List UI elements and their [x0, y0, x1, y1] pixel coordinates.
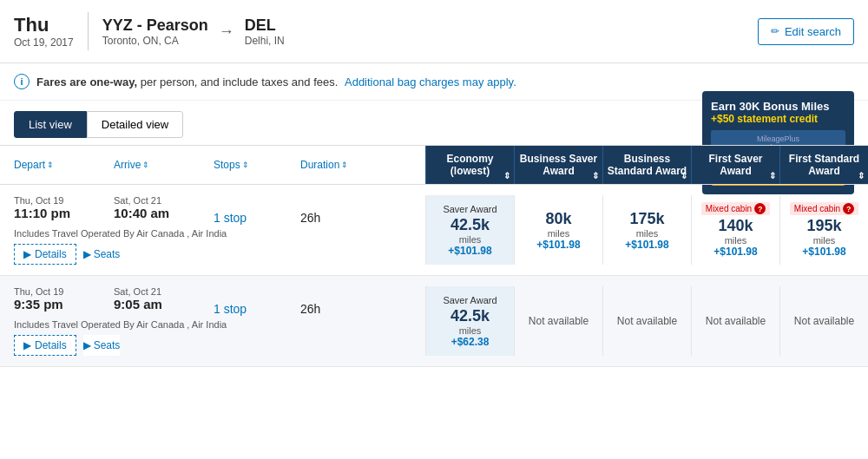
- business-saver-na-2: Not available: [529, 315, 589, 327]
- edit-search-button[interactable]: ✏ Edit search: [758, 18, 854, 45]
- table-row: Thu, Oct 19 9:35 pm Sat, Oct 21 9:05 am …: [0, 276, 868, 367]
- info-icon: i: [14, 74, 30, 89]
- business-saver-miles-1: 80k: [545, 210, 571, 228]
- details-label-1: Details: [35, 248, 67, 260]
- first-saver-miles-unit-1: miles: [725, 235, 747, 246]
- fare-cells-2: Saver Award 42.5k miles +$62.38 Not avai…: [425, 286, 868, 356]
- seats-button-1[interactable]: ▶ Seats: [83, 244, 121, 265]
- business-standard-fare-cell-2: Not available: [602, 286, 691, 356]
- details-button-1[interactable]: ▶ Details: [14, 244, 76, 265]
- flight-duration-1: 26h: [300, 195, 387, 225]
- view-toggle: List view Detailed view: [0, 101, 868, 138]
- flight-depart-1: Thu, Oct 19 11:10 pm: [14, 195, 114, 225]
- notice-bold: Fares are one-way,: [36, 75, 137, 89]
- first-standard-sort-icon: ⇕: [858, 171, 865, 180]
- list-view-button[interactable]: List view: [14, 111, 87, 138]
- detailed-view-button[interactable]: Detailed view: [87, 111, 183, 138]
- first-standard-mixed-cabin-text-1: Mixed cabin: [794, 204, 840, 213]
- flight-stops-1: 1 stop: [214, 195, 300, 225]
- flight-stops-2: 1 stop: [214, 286, 300, 316]
- first-standard-na-2: Not available: [794, 315, 854, 327]
- header-dest-block: DEL Delhi, IN: [245, 16, 285, 47]
- economy-sort-icon: ⇕: [503, 171, 510, 180]
- first-saver-fare-cell-1[interactable]: Mixed cabin ? 140k miles +$101.98: [691, 195, 779, 265]
- business-standard-miles-unit-1: miles: [636, 228, 659, 239]
- first-saver-col-header: First Saver Award ⇕: [691, 146, 779, 184]
- header-day-date: Thu Oct 19, 2017: [14, 14, 74, 49]
- stops-col-label: Stops: [214, 159, 240, 171]
- business-standard-miles-1: 175k: [629, 210, 664, 228]
- seats-arrow-icon: ▶: [83, 248, 91, 260]
- first-saver-fare-cell-2: Not available: [691, 286, 779, 356]
- seats-button-2[interactable]: ▶ Seats: [83, 335, 121, 356]
- depart-col-label: Depart: [14, 159, 45, 171]
- depart-col-header[interactable]: Depart ⇕: [14, 153, 114, 177]
- stops-sort-icon: ⇕: [242, 161, 249, 169]
- pencil-icon: ✏: [771, 25, 779, 37]
- stops-text-1: 1 stop: [214, 211, 300, 225]
- first-standard-miles-1: 195k: [806, 217, 841, 235]
- table-row: Thu, Oct 19 11:10 pm Sat, Oct 21 10:40 a…: [0, 185, 868, 276]
- first-standard-miles-unit-1: miles: [813, 235, 836, 246]
- arrive-date-1: Sat, Oct 21: [114, 195, 214, 206]
- details-button-2[interactable]: ▶ Details: [14, 335, 76, 356]
- flight-col-headers: Depart ⇕ Arrive ⇕ Stops ⇕ Duration ⇕: [0, 146, 425, 184]
- first-standard-mixed-cabin-badge-1: Mixed cabin ?: [790, 202, 858, 215]
- arrive-sort-icon: ⇕: [142, 161, 149, 169]
- first-saver-sort-icon: ⇕: [769, 171, 776, 180]
- first-standard-extra-1: +$101.98: [802, 246, 845, 258]
- economy-miles-1: 42.5k: [450, 216, 490, 234]
- business-standard-sort-icon: ⇕: [681, 171, 687, 180]
- notice-link[interactable]: Additional bag charges may apply.: [345, 75, 516, 89]
- operated-by-2: Includes Travel Operated By Air Canada ,…: [14, 319, 411, 330]
- economy-miles-2: 42.5k: [450, 307, 490, 325]
- economy-col-label: Economy (lowest): [430, 153, 510, 177]
- flight-duration-2: 26h: [300, 286, 387, 316]
- flight-times-2: Thu, Oct 19 9:35 pm Sat, Oct 21 9:05 am …: [14, 286, 411, 316]
- business-standard-col-header: Business Standard Award ⇕: [602, 146, 691, 184]
- depart-time-1: 11:10 pm: [14, 206, 114, 220]
- notice-text: Fares are one-way, per person, and inclu…: [36, 75, 516, 89]
- stops-text-2: 1 stop: [214, 302, 300, 316]
- flight-times-1: Thu, Oct 19 11:10 pm Sat, Oct 21 10:40 a…: [14, 195, 411, 225]
- economy-col-header: Economy (lowest) ⇕: [425, 146, 514, 184]
- seats-label-1: Seats: [94, 248, 121, 260]
- flights-table: Depart ⇕ Arrive ⇕ Stops ⇕ Duration ⇕: [0, 145, 868, 367]
- economy-extra-2: +$62.38: [451, 336, 490, 348]
- depart-date-1: Thu, Oct 19: [14, 195, 114, 206]
- fare-col-headers: Economy (lowest) ⇕ Business Saver Award …: [425, 146, 868, 184]
- notice-normal: per person, and include taxes and fees.: [137, 75, 338, 89]
- operated-by-1: Includes Travel Operated By Air Canada ,…: [14, 228, 411, 239]
- first-standard-mixed-cabin-q-1: ?: [843, 203, 854, 214]
- main-area: List view Detailed view Depart ⇕ Arrive …: [0, 101, 868, 367]
- first-standard-col-label: First Standard Award: [784, 153, 865, 177]
- header-day: Thu: [14, 14, 60, 36]
- duration-text-2: 26h: [300, 302, 387, 316]
- stops-col-header[interactable]: Stops ⇕: [214, 153, 300, 177]
- header-origin-block: YYZ - Pearson Toronto, ON, CA: [102, 16, 208, 47]
- seats-arrow-icon-2: ▶: [83, 339, 91, 351]
- business-saver-fare-cell-1[interactable]: 80k miles +$101.98: [514, 195, 602, 265]
- depart-date-2: Thu, Oct 19: [14, 286, 114, 297]
- duration-col-header[interactable]: Duration ⇕: [300, 153, 387, 177]
- flight-depart-2: Thu, Oct 19 9:35 pm: [14, 286, 114, 316]
- column-headers-row: Depart ⇕ Arrive ⇕ Stops ⇕ Duration ⇕: [0, 145, 868, 185]
- business-saver-extra-1: +$101.98: [536, 239, 580, 251]
- seats-label-2: Seats: [94, 339, 121, 351]
- economy-fare-cell-1[interactable]: Saver Award 42.5k miles +$101.98: [425, 195, 514, 265]
- first-saver-mixed-cabin-badge-1: Mixed cabin ?: [701, 202, 770, 215]
- economy-fare-cell-2[interactable]: Saver Award 42.5k miles +$62.38: [425, 286, 514, 356]
- first-saver-mixed-cabin-q-1: ?: [754, 203, 766, 214]
- arrive-col-header[interactable]: Arrive ⇕: [114, 153, 214, 177]
- arrow-right-icon: →: [219, 23, 234, 41]
- flight-info-2: Thu, Oct 19 9:35 pm Sat, Oct 21 9:05 am …: [0, 286, 425, 356]
- duration-sort-icon: ⇕: [341, 161, 348, 169]
- business-saver-col-label: Business Saver Award: [518, 153, 599, 177]
- first-standard-fare-cell-1[interactable]: Mixed cabin ? 195k miles +$101.98: [779, 195, 868, 265]
- header-date: Oct 19, 2017: [14, 36, 74, 49]
- business-saver-sort-icon: ⇕: [592, 171, 599, 180]
- first-saver-extra-1: +$101.98: [713, 246, 757, 258]
- business-standard-fare-cell-1[interactable]: 175k miles +$101.98: [602, 195, 691, 265]
- header-dest-sub: Delhi, IN: [245, 35, 285, 47]
- flight-info-1: Thu, Oct 19 11:10 pm Sat, Oct 21 10:40 a…: [0, 195, 425, 265]
